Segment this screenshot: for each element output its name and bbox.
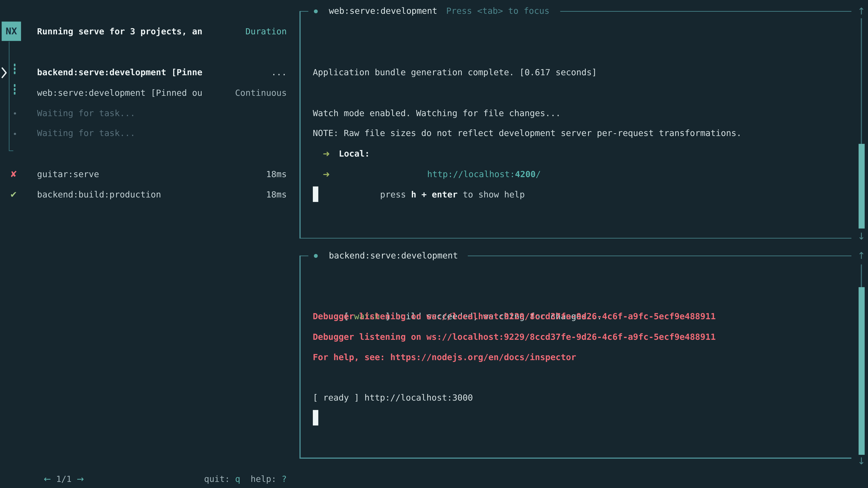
quit-shortcut-label: quit: [204,474,235,484]
panel-title-bullet-icon [314,9,318,13]
panel-title: web:serve:development [329,1,437,22]
page-prev-icon[interactable]: ← [43,474,51,484]
panel-border [560,11,851,12]
waiting-dot-icon [14,133,16,135]
success-check-icon: ✔ [10,185,17,205]
task-row-web-serve[interactable]: web:serve:development [Pinned ou Continu… [0,83,300,103]
task-label: Waiting for task... [37,103,135,124]
press-prefix: press [380,190,411,199]
output-line-bundle-complete: Application bundle generation complete. … [313,62,597,83]
scrollbar-thumb[interactable] [859,144,865,229]
arrow-right-icon: ➜ [323,164,330,185]
task-spinner-icon [14,88,16,90]
task-row-backend-build[interactable]: ✔ backend:build:production 18ms [0,185,300,205]
panel-focus-hint: Press <tab> to focus [446,1,550,22]
task-duration: Continuous [235,83,287,103]
press-keys: h + enter [411,190,458,199]
panel-border [300,11,308,12]
output-line-watch-mode: Watch mode enabled. Watching for file ch… [313,103,561,124]
panel-border [300,238,851,238]
failed-x-icon: ✘ [10,164,17,185]
output-line-watch-succeeded: [ watch ] build succeeded, watching for … [313,286,811,306]
duration-column-header: Duration [246,21,287,42]
local-url: http://localhost:4200/ [386,144,541,164]
task-spinner-icon [14,67,16,70]
arrow-right-icon: ➜ [323,144,330,164]
output-line-help-hint: ➜ press h + enter to show help [313,164,811,185]
help-shortcut-label: help: [240,474,282,484]
shortcut-hints: quit: q help: ? [173,449,287,469]
press-suffix: to show help [458,190,525,199]
task-spinner-icon [14,63,16,66]
task-label: backend:serve:development [Pinne [37,62,202,83]
selected-caret-icon [1,67,7,78]
nx-tui-app: NX Running serve for 3 projects, an Dura… [0,0,868,488]
output-line-inspector-help: For help, see: https://nodejs.org/en/doc… [313,347,577,368]
quit-shortcut-key: q [235,474,240,484]
press-help-text: press h + enter to show help [339,164,525,185]
task-label: web:serve:development [Pinned ou [37,83,202,103]
task-label: backend:build:production [37,185,161,205]
panel-border [300,255,301,458]
task-spinner-icon [14,84,16,87]
task-list-header: Running serve for 3 projects, an Duratio… [0,21,300,42]
task-list-header-title: Running serve for 3 projects, an [37,21,202,42]
terminal-cursor [313,410,318,426]
panel-border [300,255,308,256]
task-row-guitar-serve[interactable]: ✘ guitar:serve 18ms [0,164,300,185]
waiting-dot-icon [14,112,16,115]
output-line-ready: [ ready ] http://localhost:3000 [313,388,473,408]
task-row-waiting-1[interactable]: Waiting for task... [0,103,300,124]
panel-title-bullet-icon [314,254,318,258]
terminal-cursor [313,186,318,202]
task-spinner-icon [14,71,16,74]
help-shortcut-key: ? [282,474,287,484]
task-spinner-icon [14,92,16,94]
task-row-waiting-2[interactable]: Waiting for task... [0,123,300,144]
task-row-backend-serve[interactable]: backend:serve:development [Pinne ... [0,62,300,83]
panel-title: backend:serve:development [329,246,458,266]
task-label: Waiting for task... [37,123,135,144]
local-label: Local: [339,144,370,164]
output-line-debugger-2: Debugger listening on ws://localhost:922… [313,327,716,347]
scrollbar-down-icon[interactable]: ↓ [856,231,867,242]
page-next-icon[interactable]: → [77,474,84,484]
scrollbar-thumb[interactable] [859,287,865,455]
page-indicator: 1/1 [51,474,76,484]
task-duration: 18ms [266,185,287,205]
output-line-note: NOTE: Raw file sizes do not reflect deve… [313,123,742,144]
tree-branch-elbow [8,150,13,151]
scrollbar-up-icon[interactable]: ↑ [856,250,867,261]
panel-border [468,255,851,256]
task-duration: 18ms [266,164,287,185]
scrollbar-track[interactable] [861,18,862,144]
scrollbar-down-icon[interactable]: ↓ [856,455,867,466]
panel-border [300,11,301,238]
scrollbar-up-icon[interactable]: ↑ [856,5,867,17]
output-line-local-url: ➜ Local: http://localhost:4200/ [313,144,811,164]
output-line-debugger-1: Debugger listening on ws://localhost:922… [313,306,716,327]
pagination: ← 1/1 → [13,449,84,469]
scrollbar-track[interactable] [861,265,862,287]
task-duration: ... [271,62,287,83]
panel-border [300,457,851,458]
task-label: guitar:serve [37,164,99,185]
